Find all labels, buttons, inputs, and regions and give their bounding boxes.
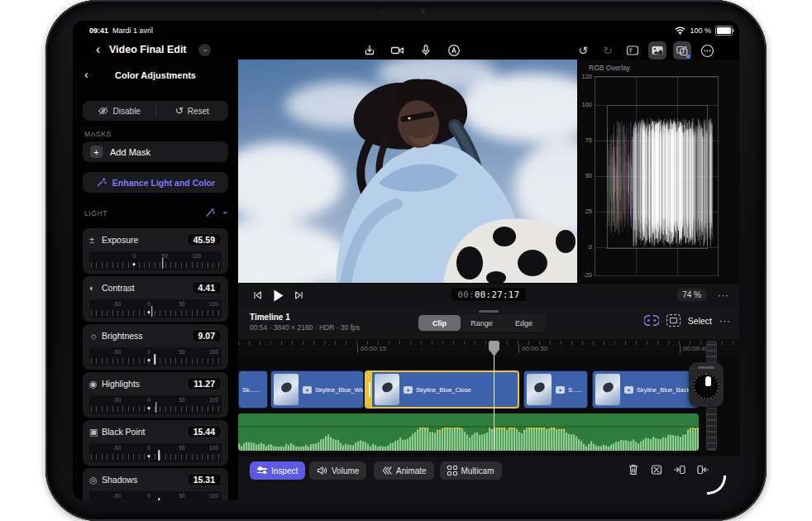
media-browser-button[interactable]	[648, 41, 666, 60]
audio-track-clip[interactable]	[238, 413, 699, 451]
project-dropdown[interactable]: ›	[198, 44, 211, 56]
ruler-tick-label: 0	[147, 493, 150, 499]
chevron-down-icon: ›	[201, 49, 209, 51]
photo-icon: ▴	[556, 386, 565, 394]
scope-tick-label: 25	[579, 208, 592, 215]
slider-cursor[interactable]	[155, 402, 157, 413]
volume-button[interactable]: Volume	[309, 461, 366, 480]
viewer-more-icon[interactable]: ···	[718, 290, 729, 300]
back-chevron-icon[interactable]: ‹	[96, 43, 100, 56]
ruler-tick-label: 0	[147, 349, 150, 355]
project-title[interactable]: Video Final Edit	[109, 44, 187, 55]
redo-button[interactable]: ↻	[599, 41, 617, 60]
play-button[interactable]	[272, 289, 284, 303]
timeline-drag-handle[interactable]	[479, 310, 499, 313]
more-button[interactable]	[698, 41, 716, 60]
add-mask-button[interactable]: + Add Mask	[83, 141, 228, 162]
jog-dial[interactable]	[693, 373, 719, 399]
jog-wheel[interactable]	[689, 362, 724, 407]
inspect-label: Inspect	[271, 466, 298, 476]
animate-button[interactable]: Animate	[374, 461, 434, 480]
slider-value[interactable]: 9.07	[192, 329, 222, 342]
slider-cursor[interactable]	[158, 450, 160, 461]
scope-title: RGB Overlay	[589, 64, 630, 72]
exposure-icon: ±	[89, 235, 102, 245]
slider-value[interactable]: 15.44	[187, 425, 222, 438]
timeline-more-icon[interactable]: ···	[719, 316, 731, 326]
clip-skyline-2[interactable]: ▴ S......	[523, 370, 588, 409]
ruler-label: 00:00:15	[357, 345, 386, 353]
slider-ruler[interactable]: -50050100	[89, 491, 222, 500]
inspect-button[interactable]: Inspect	[250, 461, 305, 480]
import-button[interactable]	[361, 41, 379, 60]
slider-cursor[interactable]	[154, 354, 155, 365]
viewer-zoom-level[interactable]: 74 %	[677, 289, 706, 301]
auto-enhance-wand-icon[interactable]	[205, 208, 215, 217]
video-preview[interactable]	[238, 60, 577, 283]
mode-clip[interactable]: Clip	[418, 315, 461, 331]
enhance-light-color-button[interactable]: Enhance Light and Color	[83, 172, 228, 193]
slider-value[interactable]: 45.59	[187, 233, 222, 246]
magnetic-timeline-icon[interactable]	[644, 314, 659, 327]
slider-row: ◉ Highlights 11.27	[89, 376, 222, 391]
overwrite-clip-icon[interactable]	[696, 463, 709, 476]
slider-value[interactable]: 11.27	[187, 377, 222, 390]
slider-cursor[interactable]	[162, 258, 164, 269]
shadows-slider-card: ◎ Shadows 15.31 -50050100	[83, 468, 228, 500]
reset-icon: ↺	[175, 106, 184, 116]
clip-skyline-blue-wide[interactable]: ▴ Skyline_Blue_Wide	[270, 370, 364, 409]
disable-button[interactable]: Disable	[83, 101, 155, 121]
skip-back-icon	[251, 289, 263, 301]
slider-value[interactable]: 15.31	[187, 473, 222, 486]
timeline-title: Timeline 1	[250, 313, 290, 322]
ruler-label: 00:00:30	[518, 345, 547, 353]
effects-button[interactable]	[673, 41, 691, 60]
select-tool-label[interactable]: Select	[688, 316, 712, 326]
multicam-label: Multicam	[461, 466, 494, 476]
brightness-icon: ☼	[89, 331, 102, 341]
reset-button[interactable]: ↺ Reset	[156, 101, 229, 121]
media-photo-icon	[651, 44, 664, 57]
slider-ruler[interactable]: 050100	[89, 251, 222, 270]
collapse-chevron-icon[interactable]: ›	[220, 211, 229, 214]
mode-edge[interactable]: Edge	[503, 315, 545, 331]
trim-handle[interactable]	[366, 372, 372, 407]
inspector-panel-icon	[626, 44, 639, 57]
insert-clip-icon[interactable]	[673, 463, 686, 476]
scope-tick-label: 100	[579, 101, 592, 108]
clip-thumbnail	[595, 374, 620, 405]
mode-range[interactable]: Range	[461, 315, 503, 331]
inspector-toggle-button[interactable]	[623, 41, 642, 60]
skip-to-end-button[interactable]	[294, 289, 305, 301]
clip-skyline-blue-close-selected[interactable]: ▴ Skyline_Blue_Close	[365, 370, 519, 409]
clip-skyline-blue-background[interactable]: ▴ Skyline_Blue_Background	[592, 370, 699, 409]
light-section-header: LIGHT ›	[84, 209, 227, 221]
clip-thumbnail	[375, 374, 399, 405]
notification-dot	[686, 55, 690, 59]
slider-cursor[interactable]	[151, 306, 153, 317]
select-tool-icon[interactable]	[666, 314, 681, 327]
pencil-tools-button[interactable]	[445, 41, 463, 60]
photo-icon: ▴	[404, 386, 413, 394]
timecode-rest: 00:27:17	[475, 289, 520, 299]
record-audio-button[interactable]	[417, 41, 435, 60]
speaker-icon	[317, 466, 327, 476]
multicam-button[interactable]: Multicam	[440, 461, 502, 480]
enhance-label: Enhance Light and Color	[112, 178, 215, 188]
origin-dot	[148, 455, 150, 457]
play-icon	[272, 289, 284, 303]
trash-icon[interactable]	[627, 463, 640, 476]
slider-ruler[interactable]: -50050100	[89, 299, 222, 318]
cut-clip-icon[interactable]	[650, 463, 663, 476]
slider-ruler[interactable]: -50050100	[89, 395, 222, 414]
slider-ruler[interactable]: -50050100	[89, 347, 222, 366]
slider-value[interactable]: 4.41	[192, 281, 222, 294]
slider-cursor[interactable]	[158, 498, 160, 500]
timecode-display[interactable]: 00:00:27:17	[451, 288, 526, 301]
undo-button[interactable]: ↺	[574, 41, 592, 60]
jog-wheel-handle[interactable]	[698, 366, 714, 369]
record-video-button[interactable]	[389, 41, 407, 60]
skip-to-start-button[interactable]	[251, 289, 263, 301]
clip-skyline-1[interactable]: Sk......	[238, 370, 268, 409]
slider-ruler[interactable]: -50050100	[89, 443, 222, 462]
